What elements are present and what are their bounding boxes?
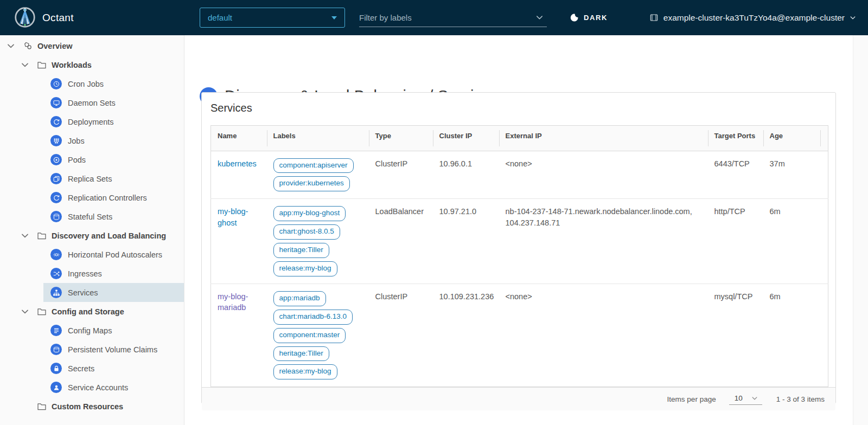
sidebar-item-label: Replica Sets [68, 175, 112, 183]
filter-by-labels-input[interactable]: Filter by labels [359, 8, 547, 27]
services-icon [50, 287, 62, 298]
sidebar-item-label: Persistent Volume Claims [68, 345, 157, 354]
sidebar-item-label: Deployments [68, 118, 114, 126]
label-badge: heritage:Tiller [273, 243, 329, 258]
chevron-down-icon [535, 14, 544, 22]
cell-filler [820, 151, 828, 199]
sidebar-item-daemon-sets[interactable]: Daemon Sets [43, 93, 184, 112]
namespace-select-value: default [208, 13, 232, 22]
sidebar-item-custom-resources[interactable]: Custom Resources [0, 397, 184, 416]
persistent-volume-claims-icon [50, 344, 62, 355]
app-header: Octant default Filter by labels DARK exa… [0, 0, 868, 35]
sidebar-item-service-accounts[interactable]: Service Accounts [43, 378, 184, 397]
cell-type: ClusterIP [369, 151, 433, 199]
label-badge: component:master [273, 328, 346, 343]
label-badge: app:mariadb [273, 291, 326, 306]
folder-icon [37, 402, 47, 411]
cell-labels: component:apiserverprovider:kubernetes [267, 151, 369, 199]
namespace-select[interactable]: default [200, 8, 345, 28]
items-per-page-value: 10 [735, 394, 743, 402]
app-title: Octant [42, 12, 74, 24]
sidebar-item-replica-sets[interactable]: Replica Sets [43, 169, 184, 188]
card-title: Services [202, 93, 835, 114]
table-row: my-blog-mariadbapp:mariadbchart:mariadb-… [211, 284, 828, 387]
sidebar-item-label: Ingresses [68, 269, 102, 278]
sidebar-item-label: Service Accounts [68, 383, 128, 392]
column-header-labels: Labels [267, 126, 369, 151]
sidebar-item-label: Secrets [68, 364, 94, 373]
pagination-bar: Items per page 10 1 - 3 of 3 items [202, 387, 835, 410]
table-row: kubernetescomponent:apiserverprovider:ku… [211, 151, 828, 199]
cell-labels: app:my-blog-ghostchart:ghost-8.0.5herita… [267, 199, 369, 284]
sidebar-item-discovery-and-load-balancing[interactable]: Discovery and Load Balancing [0, 226, 184, 245]
column-header-filler [820, 126, 828, 151]
column-header-external-ip: External IP [499, 126, 708, 151]
chevron-down-icon[interactable] [21, 231, 29, 240]
chevron-down-icon[interactable] [21, 307, 29, 316]
octant-logo [14, 7, 36, 28]
cell-age: 6m [763, 199, 820, 284]
moon-icon [570, 13, 579, 22]
sidebar-item-config-maps[interactable]: Config Maps [43, 321, 184, 340]
cluster-context-switcher[interactable]: example-cluster-ka3TuTzYo4a@example-clus… [649, 0, 856, 35]
items-per-page-select[interactable]: 10 [729, 393, 762, 405]
cell-cluster-ip: 10.96.0.1 [433, 151, 499, 199]
sidebar-item-services[interactable]: Services [43, 283, 184, 302]
sidebar-item-overview[interactable]: Overview [0, 36, 184, 55]
cell-labels: app:mariadbchart:mariadb-6.13.0component… [267, 284, 369, 387]
table-header-row: NameLabelsTypeCluster IPExternal IPTarge… [211, 126, 828, 151]
cell-age: 6m [763, 284, 820, 387]
cell-target-ports: http/TCP [708, 199, 763, 284]
service-link[interactable]: my-blog-ghost [218, 207, 248, 227]
objects-icon [23, 41, 33, 51]
label-badge: release:my-blog [273, 261, 337, 276]
sidebar-item-ingresses[interactable]: Ingresses [43, 264, 184, 283]
ingresses-icon [50, 268, 62, 279]
filter-placeholder: Filter by labels [359, 13, 412, 22]
stateful-sets-icon [50, 211, 62, 222]
dark-theme-toggle[interactable]: DARK [570, 0, 608, 35]
sidebar-item-label: Cron Jobs [68, 80, 104, 88]
folder-icon [37, 231, 47, 241]
sidebar-item-label: Jobs [68, 137, 85, 145]
sidebar-item-label: Custom Resources [52, 402, 123, 411]
label-badges: app:my-blog-ghostchart:ghost-8.0.5herita… [273, 206, 362, 276]
sidebar-item-horizontal-pod-autoscalers[interactable]: Horizontal Pod Autoscalers [43, 245, 184, 264]
sidebar-item-stateful-sets[interactable]: Stateful Sets [43, 207, 184, 226]
column-header-cluster-ip: Cluster IP [433, 126, 499, 151]
sidebar-item-label: Services [68, 288, 98, 297]
cluster-icon [649, 13, 659, 22]
services-card: Services NameLabelsTypeCluster IPExterna… [201, 92, 836, 404]
deployments-icon [50, 116, 62, 127]
chevron-down-icon[interactable] [7, 42, 15, 50]
config-maps-icon [50, 325, 62, 336]
daemon-sets-icon [50, 97, 62, 108]
cell-filler [820, 284, 828, 387]
label-badge: release:my-blog [273, 364, 337, 379]
sidebar-item-replication-controllers[interactable]: Replication Controllers [43, 188, 184, 207]
sidebar-item-pods[interactable]: Pods [43, 150, 184, 169]
service-link[interactable]: kubernetes [218, 159, 257, 168]
cell-cluster-ip: 10.109.231.236 [433, 284, 499, 387]
chevron-down-icon[interactable] [21, 61, 29, 69]
sidebar-item-deployments[interactable]: Deployments [43, 112, 184, 131]
label-badge: heritage:Tiller [273, 346, 329, 362]
replica-sets-icon [50, 173, 62, 184]
sidebar-item-jobs[interactable]: Jobs [43, 131, 184, 150]
cluster-context-label: example-cluster-ka3TuTzYo4a@example-clus… [663, 13, 845, 23]
sidebar-item-workloads[interactable]: Workloads [0, 55, 184, 74]
service-link[interactable]: my-blog-mariadb [218, 292, 248, 312]
pods-icon [50, 154, 62, 165]
sidebar-item-cron-jobs[interactable]: Cron Jobs [43, 74, 184, 93]
label-badge: app:my-blog-ghost [273, 206, 346, 221]
label-badge: chart:mariadb-6.13.0 [273, 310, 353, 325]
cron-jobs-icon [50, 78, 62, 89]
sidebar-item-persistent-volume-claims[interactable]: Persistent Volume Claims [43, 340, 184, 359]
services-table: NameLabelsTypeCluster IPExternal IPTarge… [210, 125, 828, 387]
sidebar-item-config-and-storage[interactable]: Config and Storage [0, 302, 184, 321]
cell-type: ClusterIP [369, 284, 433, 387]
cell-name: kubernetes [211, 151, 267, 199]
sidebar-item-secrets[interactable]: Secrets [43, 359, 184, 378]
main-content: Discovery & Load Balancing / Services Se… [185, 35, 868, 425]
scrollbar-track[interactable] [853, 35, 868, 425]
